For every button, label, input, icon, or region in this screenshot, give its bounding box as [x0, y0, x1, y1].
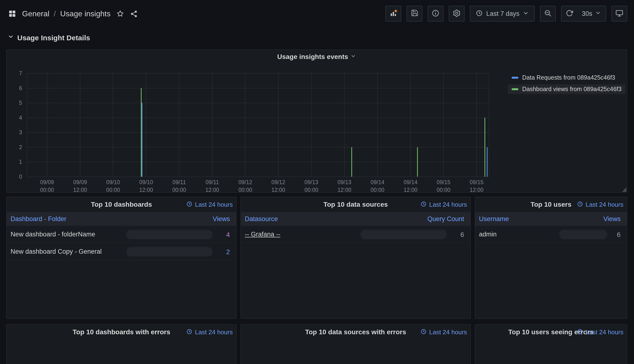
clock-icon — [186, 201, 192, 208]
cell-value: 4 — [217, 230, 230, 238]
svg-text:00:00: 00:00 — [40, 187, 54, 193]
svg-text:12:00: 12:00 — [404, 187, 418, 193]
panel-title-menu[interactable]: Usage insights events — [7, 50, 627, 63]
column-header[interactable]: Views — [603, 215, 627, 222]
svg-text:09/10: 09/10 — [106, 179, 120, 185]
chart-legend: Data Requests from 089a425c46f3 Dashboar… — [508, 73, 625, 94]
save-dashboard-button[interactable] — [407, 6, 422, 22]
refresh-icon — [566, 9, 573, 18]
svg-text:4: 4 — [19, 114, 22, 121]
time-range-label: Last 7 days — [486, 10, 519, 17]
bar-gauge-track — [361, 230, 447, 239]
svg-text:09/12: 09/12 — [271, 179, 285, 185]
svg-text:09/13: 09/13 — [338, 179, 352, 185]
dashboard-info-button[interactable] — [428, 6, 443, 22]
svg-text:3: 3 — [19, 129, 22, 136]
column-header[interactable]: Username — [475, 215, 509, 222]
svg-text:12:00: 12:00 — [73, 187, 87, 193]
cell-value: 6 — [612, 230, 620, 238]
dashboard-viewport: General / Usage insights — [0, 0, 634, 364]
chevron-down-icon — [523, 10, 529, 18]
dashboards-grid-icon[interactable] — [8, 10, 16, 18]
panel-header: Top 10 data sources with errors Last 24 … — [241, 325, 470, 340]
breadcrumb: General / Usage insights — [22, 9, 111, 18]
add-panel-icon — [389, 9, 398, 19]
panel-time-badge: Last 24 hours — [420, 197, 467, 212]
dashboard-settings-button[interactable] — [449, 6, 465, 22]
bar-gauge-cell: 6 — [559, 230, 627, 239]
panel-header: Top 10 users seeing errors Last 24 hours — [475, 325, 627, 340]
panel-time-badge: Last 24 hours — [186, 197, 233, 212]
svg-text:00:00: 00:00 — [172, 187, 186, 193]
favorite-star-icon[interactable] — [116, 10, 125, 18]
panel-time-badge: Last 24 hours — [420, 325, 467, 340]
save-icon — [411, 9, 418, 18]
breadcrumb-separator: / — [54, 9, 56, 18]
time-badge-label: Last 24 hours — [195, 328, 233, 336]
svg-text:00:00: 00:00 — [238, 187, 252, 193]
breadcrumb-page[interactable]: Usage insights — [60, 9, 111, 18]
panel-resize-handle[interactable] — [622, 188, 626, 192]
svg-text:09/14: 09/14 — [371, 179, 385, 185]
panel-time-badge: Last 24 hours — [577, 197, 623, 212]
column-header[interactable]: Dashboard - Folder — [7, 215, 67, 222]
table-header: Dashboard - Folder Views — [7, 212, 236, 226]
column-header[interactable]: Query Count — [427, 215, 470, 222]
column-header[interactable]: Views — [213, 215, 236, 222]
refresh-control: 30s — [561, 6, 606, 22]
refresh-interval-dropdown[interactable]: 30s — [577, 6, 606, 21]
add-panel-button[interactable] — [385, 6, 401, 22]
svg-text:1: 1 — [19, 159, 22, 165]
clock-icon — [577, 201, 583, 208]
refresh-button[interactable] — [561, 6, 577, 21]
table-header: Datasource Query Count — [241, 212, 470, 226]
zoom-out-button[interactable] — [540, 6, 556, 22]
chevron-down-icon — [351, 53, 356, 60]
svg-text:6: 6 — [19, 85, 22, 91]
legend-label: Dashboard views from 089a425c46f3 — [522, 86, 621, 92]
svg-text:09/14: 09/14 — [404, 179, 418, 185]
clock-icon — [420, 201, 427, 208]
time-range-picker[interactable]: Last 7 days — [470, 6, 535, 22]
datasource-link[interactable]: -- Grafana -- — [241, 231, 361, 238]
legend-item-data-requests[interactable]: Data Requests from 089a425c46f3 — [508, 73, 619, 82]
svg-text:00:00: 00:00 — [304, 187, 319, 193]
panel-header: Top 10 dashboards Last 24 hours — [7, 197, 236, 212]
dashboard-row-toggle[interactable]: Usage Insight Details — [8, 33, 90, 42]
panel-top-dashboards: Top 10 dashboards Last 24 hours Dashboar… — [6, 197, 237, 319]
panel-time-badge: Last 24 hours — [186, 325, 233, 340]
cell-value: 2 — [217, 248, 230, 256]
table-header: Username Views — [475, 212, 627, 226]
time-badge-label: Last 24 hours — [429, 328, 467, 336]
legend-item-dashboard-views[interactable]: Dashboard views from 089a425c46f3 — [508, 84, 625, 94]
navbar: General / Usage insights — [0, 0, 634, 27]
svg-text:09/15: 09/15 — [470, 179, 484, 185]
dashboard-link[interactable]: New dashboard - folderName — [7, 231, 126, 238]
row-title: Usage Insight Details — [17, 33, 90, 42]
panel-header: Top 10 users Last 24 hours — [475, 197, 627, 212]
svg-text:12:00: 12:00 — [139, 187, 153, 193]
svg-text:12:00: 12:00 — [338, 187, 352, 193]
svg-text:00:00: 00:00 — [437, 187, 451, 193]
dashboard-link[interactable]: New dashboard Copy - General — [7, 248, 126, 255]
svg-text:00:00: 00:00 — [371, 187, 385, 193]
clock-icon — [186, 328, 192, 336]
column-header[interactable]: Datasource — [241, 215, 278, 222]
breadcrumb-folder[interactable]: General — [22, 9, 50, 18]
share-icon[interactable] — [130, 10, 138, 18]
legend-swatch-icon — [512, 77, 518, 79]
panel-time-badge: Last 24 hours — [577, 325, 623, 340]
clock-icon — [476, 9, 483, 18]
time-badge-label: Last 24 hours — [429, 201, 467, 208]
kiosk-mode-button[interactable] — [611, 6, 627, 22]
bar-gauge-track — [126, 247, 213, 256]
panel-top-users: Top 10 users Last 24 hours Username View… — [475, 197, 627, 319]
svg-text:12:00: 12:00 — [205, 187, 219, 193]
panel-top-data-sources-with-errors: Top 10 data sources with errors Last 24 … — [240, 324, 471, 364]
gear-icon — [453, 9, 461, 18]
zoom-out-icon — [544, 9, 552, 18]
chevron-down-icon — [8, 33, 14, 42]
clock-icon — [577, 328, 583, 336]
svg-text:09/11: 09/11 — [206, 179, 219, 185]
navbar-right: Last 7 days — [385, 6, 627, 22]
